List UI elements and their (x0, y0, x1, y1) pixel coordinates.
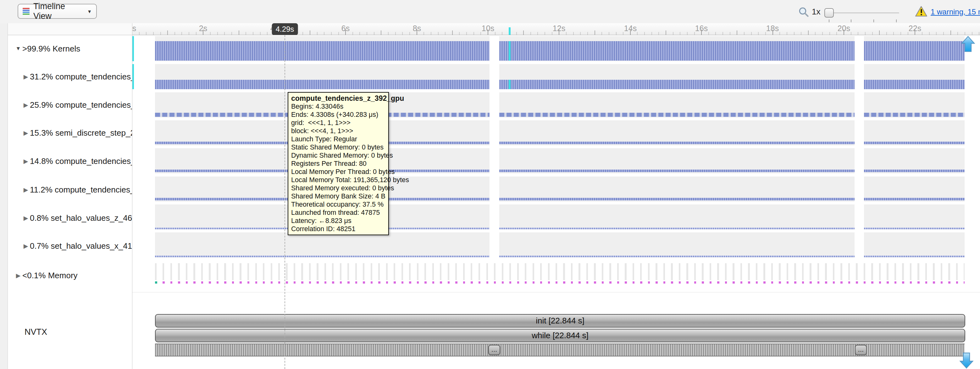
timeline-row-compute-tendencies-x-324[interactable] (132, 92, 980, 117)
sidebar-item-kernels[interactable]: ▼ >99.9% Kernels (8, 43, 132, 55)
ruler-label: 22s (908, 24, 921, 33)
timeline-row-compute-tendencies-z-392[interactable] (132, 64, 980, 89)
kernel-activity-segment[interactable] (864, 120, 965, 146)
kernel-bars[interactable] (864, 142, 965, 144)
kernel-bars[interactable] (155, 80, 490, 89)
kernel-bars[interactable] (499, 41, 854, 60)
zoom-slider-handle[interactable] (824, 8, 834, 17)
kernel-activity-segment[interactable] (155, 64, 490, 89)
expander-collapsed-icon[interactable]: ▶ (22, 214, 30, 222)
kernel-activity-segment[interactable] (499, 148, 854, 173)
kernel-bars[interactable] (499, 113, 854, 117)
expander-collapsed-icon[interactable]: ▶ (22, 158, 30, 165)
chevron-down-icon: ▼ (87, 9, 92, 14)
timeline-row-compute-tendencies-x-286[interactable] (132, 176, 980, 202)
timeline-row-set-halo-values-z-462[interactable] (132, 204, 980, 230)
sidebar-item-semi-discrete-step-257[interactable]: ▶ 15.3% semi_discrete_step_257_gpu (8, 127, 132, 139)
scroll-up-arrow-icon[interactable] (961, 36, 975, 53)
kernel-bars[interactable] (864, 169, 965, 172)
sidebar-item-compute-tendencies-z-354[interactable]: ▶ 14.8% compute_tendencies_z_354_gpu (8, 155, 132, 167)
kernel-activity-segment[interactable] (499, 36, 854, 61)
expander-collapsed-icon[interactable]: ▶ (22, 242, 30, 250)
tooltip-line: Shared Memory Bank Size: 4 B (291, 192, 385, 200)
toolbar: Timeline View ▼ 1x (0, 0, 980, 23)
kernel-activity-segment[interactable] (499, 204, 854, 230)
expander-expanded-icon[interactable]: ▼ (14, 46, 22, 52)
timeline-row-compute-tendencies-z-354[interactable] (132, 148, 980, 173)
kernel-activity-segment[interactable] (864, 64, 965, 89)
kernel-activity-segment[interactable] (155, 233, 490, 258)
timeline-row-set-halo-values-x-419[interactable] (132, 233, 980, 258)
selection-highlight (509, 80, 511, 89)
magnifier-icon (798, 6, 809, 19)
kernel-activity-segment[interactable] (864, 233, 965, 258)
sidebar-item-compute-tendencies-z-392[interactable]: ▶ 31.2% compute_tendencies_z_392_ (8, 70, 132, 83)
zoom-slider-track[interactable] (827, 13, 899, 14)
panel-divider[interactable] (132, 23, 132, 369)
timeline-row-kernels[interactable] (132, 36, 980, 61)
kernel-bars[interactable] (499, 256, 854, 257)
expander-collapsed-icon[interactable]: ▶ (22, 186, 30, 193)
ruler-label: 20s (838, 24, 850, 33)
sidebar-item-compute-tendencies-x-286[interactable]: ▶ 11.2% compute_tendencies_x_286_gpu (8, 184, 132, 196)
kernel-activity-segment[interactable] (499, 233, 854, 258)
tooltip-line: Ends: 4.3308s (+340.283 μs) (291, 111, 385, 119)
nvtx-dense-ranges-bar[interactable]: ... ... (155, 344, 965, 356)
kernel-activity-segment[interactable] (864, 36, 965, 61)
kernel-bars[interactable] (499, 228, 854, 229)
ruler-label: 6s (342, 24, 350, 33)
kernel-bars[interactable] (155, 256, 490, 257)
ruler-label: 8s (413, 24, 421, 33)
kernel-bars[interactable] (499, 80, 854, 89)
sidebar-item-set-halo-values-x-419[interactable]: ▶ 0.7% set_halo_values_x_419_gpu (8, 240, 132, 252)
tooltip-line: Local Memory Total: 191,365,120 bytes (291, 176, 385, 184)
timeline-row-semi-discrete-step-257[interactable] (132, 120, 980, 146)
nvtx-range-init[interactable]: init [22.844 s] (155, 314, 965, 328)
timeline-rows-icon (23, 8, 30, 15)
tooltip-line: grid: <<<1, 1, 1>>> (291, 119, 385, 127)
ruler-label: 12s (553, 24, 565, 33)
kernel-bars[interactable] (864, 198, 965, 200)
nvtx-collapsed-ranges-button[interactable]: ... (488, 345, 500, 355)
expander-collapsed-icon[interactable]: ▶ (22, 101, 30, 109)
expander-collapsed-icon[interactable]: ▶ (22, 73, 30, 81)
nvtx-collapsed-ranges-button[interactable]: ... (855, 345, 867, 355)
kernel-bars[interactable] (864, 228, 965, 229)
kernel-activity-segment[interactable] (499, 92, 854, 117)
kernel-activity-segment[interactable] (499, 64, 854, 89)
left-gutter (0, 23, 8, 369)
timeline-canvas[interactable]: init [22.844 s] while [22.844 s] ... ... (132, 35, 980, 369)
kernel-bars[interactable] (864, 41, 965, 60)
sidebar-item-set-halo-values-z-462[interactable]: ▶ 0.8% set_halo_values_z_462_gpu (8, 212, 132, 224)
view-selector-dropdown[interactable]: Timeline View ▼ (18, 4, 97, 19)
kernel-bars[interactable] (864, 80, 965, 89)
sidebar-item-compute-tendencies-x-324[interactable]: ▶ 25.9% compute_tendencies_x_324_gpu (8, 98, 132, 111)
kernel-bars[interactable] (155, 41, 490, 60)
kernel-activity-segment[interactable] (155, 36, 490, 61)
zoom-slider-tick (896, 19, 897, 22)
selection-highlight (509, 41, 511, 60)
kernel-bars[interactable] (864, 256, 965, 257)
sidebar-item-label: <0.1% Memory (22, 271, 78, 280)
kernel-activity-segment[interactable] (499, 176, 854, 202)
kernel-activity-segment[interactable] (864, 92, 965, 117)
timeline-ruler[interactable]: 0s 2s 4s 6s 8s 10s 12s 14s 16s 18s 20s 2… (132, 23, 980, 35)
warnings-messages-link[interactable]: 1 warning, 15 messages (915, 5, 980, 19)
kernel-bars[interactable] (499, 142, 854, 144)
timeline-row-memory[interactable] (132, 261, 980, 286)
sidebar-item-memory[interactable]: ▶ <0.1% Memory (8, 269, 132, 282)
kernel-bars[interactable] (864, 113, 965, 117)
nvtx-range-while[interactable]: while [22.844 s] (155, 329, 965, 342)
kernel-activity-segment[interactable] (864, 176, 965, 202)
scroll-down-arrow-icon[interactable] (959, 352, 974, 369)
ruler-label: 10s (482, 24, 494, 33)
kernel-activity-segment[interactable] (864, 148, 965, 173)
kernel-bars[interactable] (499, 198, 854, 200)
tooltip-line: Launched from thread: 47875 (291, 209, 385, 217)
kernel-bars[interactable] (499, 169, 854, 172)
kernel-activity-segment[interactable] (864, 204, 965, 230)
expander-collapsed-icon[interactable]: ▶ (14, 272, 22, 279)
expander-collapsed-icon[interactable]: ▶ (22, 129, 30, 136)
kernel-activity-segment[interactable] (499, 120, 854, 146)
time-cursor-line (285, 35, 285, 369)
